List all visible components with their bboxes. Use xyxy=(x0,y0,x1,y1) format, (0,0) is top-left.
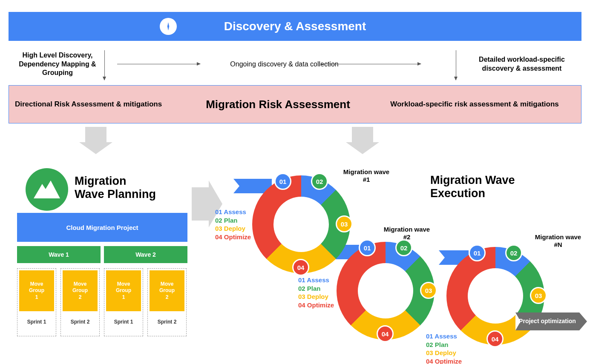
svg-point-1 xyxy=(167,26,169,27)
move-group-box: MoveGroup2 Sprint 2 xyxy=(60,268,100,336)
step-02-badge: 02 xyxy=(311,173,328,190)
legend-optimize: 04 Optimize xyxy=(426,357,462,364)
move-group-label: MoveGroup2 xyxy=(63,270,98,311)
move-group-box: MoveGroup1 Sprint 1 xyxy=(17,268,56,336)
arrow-down-icon xyxy=(104,50,105,80)
step-01-badge: 01 xyxy=(469,244,486,261)
risk-assessment-band: Directional Risk Assessment & mitigation… xyxy=(9,85,581,123)
move-group-label: MoveGroup2 xyxy=(150,270,184,311)
risk-mid-label: Migration Risk Assessment xyxy=(188,98,368,111)
legend-deploy: 03 Deploy xyxy=(215,224,251,233)
legend-assess: 01 Assess xyxy=(298,276,334,284)
big-arrow-right-icon xyxy=(192,187,209,221)
wave-2-bar: Wave 2 xyxy=(104,246,187,263)
arrow-down-icon xyxy=(456,50,456,80)
legend-optimize: 04 Optimize xyxy=(215,233,251,241)
migration-wave-2-label: Migration wave #2 xyxy=(381,226,432,241)
cycle-legend-n: 01 Assess 02 Plan 03 Deploy 04 Optimize xyxy=(426,332,462,364)
arrow-right-icon xyxy=(117,64,200,64)
sprint-label: Sprint 1 xyxy=(106,319,141,325)
cloud-migration-project-bar: Cloud Migration Project xyxy=(17,213,187,242)
step-02-badge: 02 xyxy=(505,244,522,261)
discovery-right-label: Detailed workload-specific discovery & a… xyxy=(462,55,581,73)
legend-plan: 02 Plan xyxy=(426,341,462,349)
risk-right-label: Workload-specific risk assessment & miti… xyxy=(368,100,581,109)
migration-cycle-1: 01 02 03 04 xyxy=(252,175,350,273)
planning-heading: Migration Wave Planning xyxy=(75,175,156,201)
risk-left-label: Directional Risk Assessment & mitigation… xyxy=(9,100,188,109)
arrow-right-icon xyxy=(321,64,421,64)
move-group-label: MoveGroup1 xyxy=(19,270,54,311)
big-arrow-down-icon xyxy=(352,127,373,142)
discovery-row: High Level Discovery, Dependency Mapping… xyxy=(9,48,581,81)
legend-assess: 01 Assess xyxy=(426,332,462,341)
step-01-badge: 01 xyxy=(359,239,376,256)
discovery-assessment-band: Discovery & Assessment xyxy=(9,12,581,41)
migration-wave-n-label: Migration wave #N xyxy=(532,233,584,249)
cycle-legend-2: 01 Assess 02 Plan 03 Deploy 04 Optimize xyxy=(298,276,334,309)
step-01-badge: 01 xyxy=(274,173,291,190)
step-03-badge: 03 xyxy=(530,287,547,304)
header-title: Discovery & Assessment xyxy=(224,20,366,33)
move-group-label: MoveGroup1 xyxy=(106,270,141,311)
big-arrow-down-icon xyxy=(85,127,106,142)
legend-plan: 02 Plan xyxy=(298,284,334,293)
discovery-left-label: High Level Discovery, Dependency Mapping… xyxy=(9,51,106,77)
project-optimization-arrow: Project optimization xyxy=(515,312,579,330)
move-group-box: MoveGroup1 Sprint 1 xyxy=(104,268,143,336)
step-03-badge: 03 xyxy=(336,215,353,232)
sprint-label: Sprint 2 xyxy=(63,319,98,325)
step-02-badge: 02 xyxy=(395,239,412,256)
step-04-badge: 04 xyxy=(486,330,504,347)
step-03-badge: 03 xyxy=(420,282,437,299)
migration-cycle-2: 01 02 03 04 xyxy=(337,242,435,340)
legend-optimize: 04 Optimize xyxy=(298,301,334,310)
mountain-icon xyxy=(26,168,68,211)
execution-heading: Migration WaveExecution xyxy=(430,174,515,200)
legend-assess: 01 Assess xyxy=(215,208,251,216)
step-04-badge: 04 xyxy=(377,325,394,342)
sprint-label: Sprint 1 xyxy=(19,319,54,325)
legend-deploy: 03 Deploy xyxy=(298,292,334,301)
step-04-badge: 04 xyxy=(292,259,309,276)
cycle-legend-1: 01 Assess 02 Plan 03 Deploy 04 Optimize xyxy=(215,208,251,241)
legend-deploy: 03 Deploy xyxy=(426,349,462,357)
move-group-box: MoveGroup2 Sprint 2 xyxy=(147,268,187,336)
legend-plan: 02 Plan xyxy=(215,216,251,225)
sprint-label: Sprint 2 xyxy=(150,319,184,325)
compass-icon xyxy=(160,18,177,35)
wave-1-bar: Wave 1 xyxy=(17,246,101,263)
